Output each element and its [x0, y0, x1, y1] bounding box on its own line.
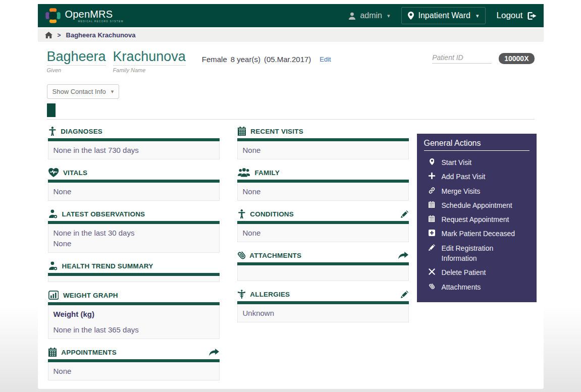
patient-id-block: Patient ID 10000X [432, 53, 534, 64]
given-name-caption: Given [47, 67, 106, 73]
pencil-icon[interactable] [401, 291, 408, 298]
users-icon [238, 168, 250, 177]
widget-diagnoses: DIAGNOSES None in the last 730 days [48, 127, 220, 159]
widget-title: LATEST OBSERVATIONS [62, 210, 145, 218]
bar-chart-icon [48, 291, 59, 300]
widget-text: None [243, 145, 403, 155]
widget-title: ATTACHMENTS [249, 252, 301, 259]
widget-attachments: ATTACHMENTS [237, 251, 409, 281]
dashboard-column-right: General Actions Start Visit Add Past Vis… [417, 127, 537, 389]
widget-body: None [48, 362, 220, 380]
diagnoses-icon [48, 127, 57, 136]
action-label: Start Visit [442, 157, 472, 167]
edit-demographics-link[interactable]: Edit [320, 55, 331, 63]
user-menu[interactable]: admin ▾ [348, 11, 390, 20]
widget-body [237, 265, 409, 281]
widget-text: None in the last 730 days [54, 145, 214, 155]
diagnoses-icon [238, 209, 246, 218]
widget-title: APPOINTMENTS [61, 349, 117, 356]
widget-header: ATTACHMENTS [237, 251, 409, 262]
patient-age: 8 year(s) [231, 55, 260, 64]
widget-body: Weight (kg) None in the last 365 days [48, 305, 220, 339]
sign-out-icon [527, 12, 537, 20]
general-actions-panel: General Actions Start Visit Add Past Vis… [417, 134, 537, 302]
paperclip-icon [238, 251, 245, 260]
patient-id-label: Patient ID [432, 53, 492, 64]
x-icon [428, 268, 436, 275]
openmrs-logo[interactable]: OpenMRS MEDICAL RECORD SYSTEM [45, 8, 124, 24]
calendar-icon [48, 348, 57, 357]
brand-text: OpenMRS MEDICAL RECORD SYSTEM [65, 9, 124, 23]
family-name: Krachunova [113, 49, 186, 66]
widget-recent-visits: RECENT VISITS None [237, 127, 409, 159]
section-divider [47, 119, 535, 120]
action-add-past-visit[interactable]: Add Past Visit [424, 170, 530, 184]
user-md-icon [48, 261, 58, 270]
share-icon[interactable] [398, 252, 408, 259]
caret-down-icon: ▾ [476, 13, 479, 19]
dashboard-column-middle: RECENT VISITS None FAMILY None [237, 127, 409, 389]
widget-text: None [54, 366, 214, 376]
family-name-caption: Family Name [113, 67, 186, 73]
widget-title: VITALS [63, 169, 87, 177]
widget-body: None in the last 30 days None [48, 224, 220, 253]
action-label: Mark Patient Deceased [442, 229, 515, 239]
home-icon[interactable] [45, 32, 52, 38]
widget-header: APPOINTMENTS [48, 348, 220, 359]
patient-header: Bagheera Given Krachunova Family Name Fe… [38, 42, 544, 120]
widget-title: ALLERGIES [250, 291, 290, 298]
action-start-visit[interactable]: Start Visit [424, 155, 530, 170]
dashboard-grid: DIAGNOSES None in the last 730 days VITA… [38, 120, 544, 389]
location-selector[interactable]: Inpatient Ward ▾ [401, 7, 486, 24]
widget-body: None [237, 141, 409, 159]
breadcrumb-patient[interactable]: Bagheera Krachunova [66, 31, 136, 39]
breadcrumb: > Bagheera Krachunova [38, 28, 544, 42]
action-request-appointment[interactable]: Request Appointment [424, 212, 530, 227]
user-label: admin [360, 11, 382, 20]
widget-text: None [243, 186, 403, 197]
widget-body: None in the last 730 days [48, 141, 220, 159]
show-contact-info-button[interactable]: Show Contact Info ▾ [47, 84, 120, 99]
brand-tagline: MEDICAL RECORD SYSTEM [78, 20, 124, 23]
dashboard-column-left: DIAGNOSES None in the last 730 days VITA… [48, 127, 220, 389]
widget-header: VITALS [48, 168, 220, 180]
weight-series-label: Weight (kg) [54, 310, 214, 318]
plus-icon [428, 173, 436, 179]
pencil-icon[interactable] [401, 210, 408, 218]
widget-body: None [237, 183, 409, 201]
action-merge-visits[interactable]: Merge Visits [424, 184, 530, 198]
action-label: Merge Visits [442, 186, 481, 196]
widget-header: CONDITIONS [237, 209, 409, 221]
widget-header: FAMILY [237, 168, 409, 180]
widget-text: Unknown [243, 308, 403, 318]
widget-body [48, 276, 220, 282]
widget-text: None in the last 365 days [54, 324, 214, 335]
action-attachments[interactable]: Attachments [424, 280, 530, 294]
share-icon[interactable] [209, 349, 219, 356]
patient-name: Bagheera Given Krachunova Family Name [47, 49, 186, 73]
widget-title: FAMILY [254, 169, 279, 177]
user-icon [348, 12, 356, 20]
caduceus-icon [238, 290, 246, 299]
widget-header: DIAGNOSES [48, 127, 220, 138]
widget-title: HEALTH TREND SUMMARY [62, 262, 153, 270]
logout-button[interactable]: Logout [497, 11, 537, 21]
action-schedule-appointment[interactable]: Schedule Appointment [424, 198, 530, 212]
top-header-bar: OpenMRS MEDICAL RECORD SYSTEM admin ▾ In… [38, 4, 544, 27]
patient-id-badge: 10000X [499, 53, 534, 64]
caret-down-icon: ▾ [111, 88, 114, 95]
action-delete-patient[interactable]: Delete Patient [424, 265, 530, 279]
openmrs-logo-icon [45, 8, 61, 24]
app-container: OpenMRS MEDICAL RECORD SYSTEM admin ▾ In… [38, 4, 544, 389]
caret-down-icon: ▾ [387, 13, 390, 19]
widget-title: WEIGHT GRAPH [63, 292, 118, 299]
widget-health-trend-summary: HEALTH TREND SUMMARY [48, 261, 220, 282]
action-label: Edit Registration Information [442, 243, 522, 264]
action-mark-patient-deceased[interactable]: Mark Patient Deceased [424, 227, 530, 241]
show-contact-info-label: Show Contact Info [52, 88, 106, 95]
action-edit-registration-information[interactable]: Edit Registration Information [424, 241, 530, 266]
visit-status-indicator [47, 103, 56, 117]
widget-body: None [237, 224, 409, 242]
widget-title: CONDITIONS [250, 210, 294, 218]
widget-title: DIAGNOSES [61, 128, 102, 135]
